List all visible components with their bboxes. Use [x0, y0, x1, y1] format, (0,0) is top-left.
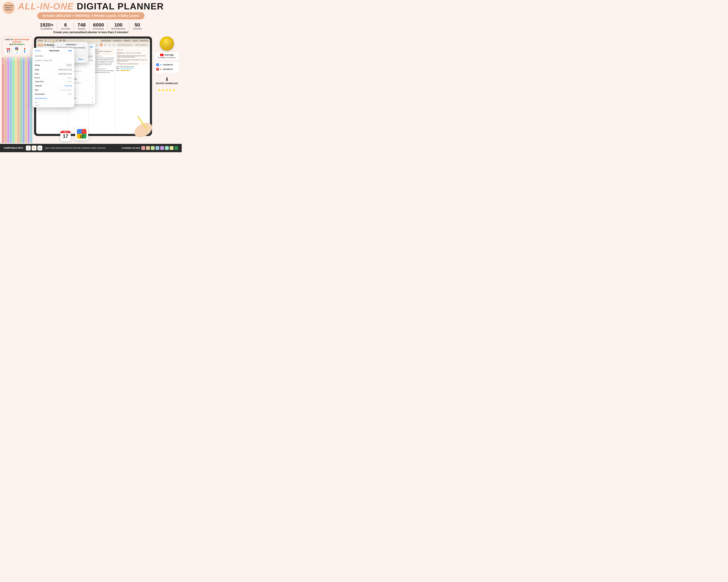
- event-cancel-btn[interactable]: Cancel: [35, 50, 41, 52]
- nav-note-icon[interactable]: 📋: [48, 39, 51, 42]
- event-title-row: [32, 54, 74, 58]
- calendar-strips: JAN FEB MAR APR MAY JUN: [2, 57, 32, 143]
- event-location-input[interactable]: [35, 59, 72, 61]
- month-strip-apr[interactable]: APR: [9, 57, 12, 143]
- calendar-event-form: Cancel New Event Add All-day Starts 04/0…: [32, 48, 74, 107]
- main-content: Links To Apple & Google Calendarand Remi…: [0, 36, 182, 144]
- apple-cal-display[interactable]: JUL 17: [60, 131, 71, 141]
- download-divider-bottom: [155, 85, 179, 86]
- week-tab-w4[interactable]: W4: [108, 43, 111, 47]
- month-strip-sep[interactable]: SEP: [22, 57, 25, 143]
- nav-star-icon[interactable]: ⭐: [52, 39, 54, 42]
- reminders-done-btn[interactable]: Done: [75, 57, 86, 61]
- meal-log-label: MEAL LOG: [117, 49, 148, 51]
- nav-notebooks[interactable]: PROJECTS: [139, 39, 149, 42]
- event-location-row: [32, 58, 74, 63]
- week-tab-w3[interactable]: W3: [104, 43, 107, 47]
- app-support-section: G GOODNOTE N NOTABILITY: [155, 62, 179, 73]
- stat-stickers: 6000 STICKERS: [89, 22, 108, 30]
- snack-label: Snack Fresh apple slices spread with cre…: [117, 62, 148, 64]
- stars-row: ★ ★ ★ ★ ★: [158, 88, 176, 92]
- notability-row: N NOTABILITY: [156, 68, 178, 71]
- event-allday-toggle[interactable]: [66, 64, 72, 66]
- week-tab-w5[interactable]: W5: [112, 43, 115, 47]
- left-sidebar: Links To Apple & Google Calendarand Remi…: [2, 36, 32, 143]
- gold-seal: [160, 36, 174, 51]
- youtube-icon: ▶: [160, 54, 163, 56]
- event-second-alert-row[interactable]: Second Alert None: [32, 92, 74, 96]
- week-tab-w1[interactable]: W1: [95, 43, 99, 47]
- event-attachment-row[interactable]: Add attachment...: [32, 96, 74, 101]
- youtube-label: YOUTUBE: [164, 54, 174, 56]
- pencil-icon: [160, 64, 162, 66]
- url-label: URL: [35, 102, 72, 103]
- month-strip-nov[interactable]: NOV: [28, 57, 30, 143]
- month-strip-jun[interactable]: JUN: [15, 57, 17, 143]
- week-tabs-area: W1 W2 W3 W4 W5 MONTH AT A GLANCE BACK TO…: [95, 43, 149, 47]
- month-strip-feb[interactable]: FEB: [4, 57, 7, 143]
- compat-icon-1: 📝: [26, 146, 31, 150]
- event-travel-row[interactable]: Travel Time None: [32, 80, 74, 84]
- nav-book-icon[interactable]: 📚: [63, 39, 66, 42]
- month-strip-jan[interactable]: JAN: [2, 57, 4, 143]
- event-repeat-row[interactable]: Repeat Never: [32, 76, 74, 80]
- goodnote-icon: G: [156, 63, 159, 66]
- stat-colors: 6 COLORS: [57, 22, 74, 30]
- goodnote-row: G GOODNOTE: [156, 63, 178, 66]
- dinner-label: Dinner Hearty stew with chunks of beef, …: [117, 58, 148, 62]
- back-to-month-btn[interactable]: BACK TO MONTH: [134, 44, 149, 47]
- goodnote-label: GOODNOTE: [163, 64, 173, 66]
- month-strip-aug[interactable]: AUG: [20, 57, 22, 143]
- download-divider-top: [155, 76, 179, 76]
- nav-calendar-icon[interactable]: 📅: [44, 39, 47, 42]
- event-title-input[interactable]: [35, 55, 72, 57]
- color-swatch-1: [141, 146, 145, 150]
- reminders-icon[interactable]: [22, 47, 29, 54]
- start-badge: START WITH SUNDAY & MONDAY: [3, 2, 15, 14]
- star-1: ★: [158, 88, 161, 92]
- breakfast-label: Breakfast Egg Sandwich - cheese - bacon …: [117, 51, 148, 54]
- app-icons-row: JUL 17 31: [3, 47, 31, 54]
- month-strip-mar[interactable]: MAR: [7, 57, 9, 143]
- week-tab-w2[interactable]: W2: [99, 43, 103, 47]
- gcal-save-btn[interactable]: Add: [90, 46, 93, 48]
- gcal-allday-toggle[interactable]: [88, 55, 93, 58]
- star-3: ★: [165, 88, 168, 92]
- event-calendar-row[interactable]: Calendar + Personal: [32, 84, 74, 88]
- event-add-btn[interactable]: Add: [68, 50, 72, 52]
- right-sidebar: ▶ YOUTUBE PLANNERS TUTORIALS G GOODNOTE …: [154, 36, 180, 143]
- nav-projects[interactable]: GOALS: [132, 39, 139, 42]
- nav-finance[interactable]: SCHEDULE: [112, 39, 122, 42]
- gcal-big-icon[interactable]: 17: [75, 127, 88, 140]
- planner-top-nav: INDEX 📅 📋 ⭐ ♡ 👁 📚 QUICK MENU SCHEDULE FI…: [36, 38, 150, 43]
- quick-menu-btns: QUICK MENU SCHEDULE FINANCE GOALS PROJEC…: [101, 39, 149, 42]
- month-strip-oct[interactable]: OCT: [25, 57, 27, 143]
- mood-tracker: Mood 😊😄😐😟😢😠: [116, 70, 149, 71]
- color-swatch-8: [174, 146, 178, 150]
- nav-eye-icon[interactable]: 👁: [59, 39, 62, 42]
- stats-row: 1920+ PLANNERS 6 COLORS 748 PAGES 6000 S…: [3, 22, 178, 30]
- nav-heart-icon[interactable]: ♡: [55, 39, 58, 42]
- event-ends-row[interactable]: Ends 04/02/2025 13:00: [32, 72, 74, 76]
- month-strip-may[interactable]: MAY: [12, 57, 15, 143]
- color-swatch-4: [155, 146, 159, 150]
- notes-label: Notes: [35, 105, 72, 106]
- tagline: Create your personalized planner in less…: [3, 31, 178, 34]
- star-5: ★: [173, 88, 176, 92]
- event-starts-row[interactable]: Starts 04/02/2025 12:00: [32, 68, 74, 72]
- month-strip-jul[interactable]: JUL: [17, 57, 20, 143]
- stat-covers: 50 COVERS: [129, 22, 145, 30]
- nav-quick-menu[interactable]: QUICK MENU: [101, 39, 112, 42]
- apple-calendar-icon[interactable]: JUL 17: [5, 47, 12, 54]
- nav-goals[interactable]: FINANCE: [123, 39, 131, 42]
- compatible-icons: 📝 ✏️ 📖: [26, 146, 42, 150]
- sleep-tracker: Woke Up At: 6:00 Slept At: 22:00: [116, 66, 149, 67]
- nav-index[interactable]: INDEX: [37, 39, 44, 42]
- google-calendar-icon[interactable]: 31: [14, 47, 21, 54]
- compat-icon-3: 📖: [37, 146, 42, 150]
- month-strip-dec[interactable]: DEC: [30, 57, 32, 143]
- compatible-label: COMPATIBLE WITH: [3, 147, 23, 149]
- month-at-glance-btn[interactable]: MONTH AT A GLANCE: [116, 44, 133, 47]
- event-alert-row[interactable]: Alert 30 minutes before: [32, 88, 74, 92]
- subtitle-banner: Includes 2024,2026 + UNDATED, 4 Weekly L…: [37, 12, 144, 19]
